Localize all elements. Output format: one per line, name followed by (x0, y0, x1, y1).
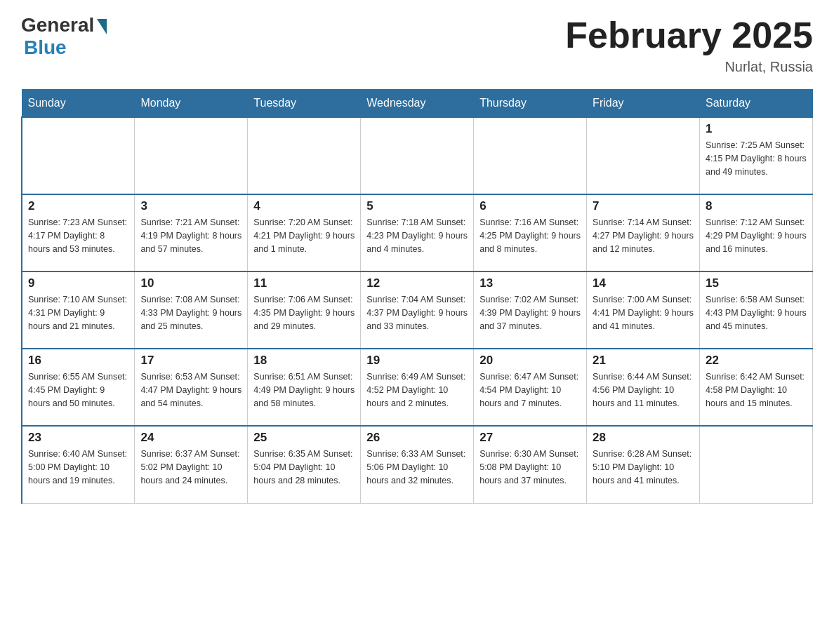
day-info: Sunrise: 6:33 AM Sunset: 5:06 PM Dayligh… (366, 448, 468, 487)
calendar-day-cell: 26Sunrise: 6:33 AM Sunset: 5:06 PM Dayli… (361, 426, 474, 503)
calendar-day-cell: 23Sunrise: 6:40 AM Sunset: 5:00 PM Dayli… (22, 426, 135, 503)
day-info: Sunrise: 7:04 AM Sunset: 4:37 PM Dayligh… (366, 293, 468, 333)
day-number: 20 (479, 354, 581, 368)
calendar-day-cell: 11Sunrise: 7:06 AM Sunset: 4:35 PM Dayli… (248, 271, 361, 349)
day-info: Sunrise: 6:35 AM Sunset: 5:04 PM Dayligh… (253, 448, 355, 487)
calendar-day-cell: 10Sunrise: 7:08 AM Sunset: 4:33 PM Dayli… (135, 271, 248, 349)
calendar-day-cell (474, 117, 587, 194)
day-info: Sunrise: 6:30 AM Sunset: 5:08 PM Dayligh… (479, 448, 581, 487)
calendar-day-cell: 3Sunrise: 7:21 AM Sunset: 4:19 PM Daylig… (135, 194, 248, 271)
day-number: 12 (366, 276, 468, 290)
logo: General Blue (21, 14, 107, 59)
day-info: Sunrise: 7:14 AM Sunset: 4:27 PM Dayligh… (593, 216, 694, 255)
day-info: Sunrise: 6:51 AM Sunset: 4:49 PM Dayligh… (253, 370, 355, 410)
day-number: 5 (366, 199, 468, 213)
calendar-day-cell: 4Sunrise: 7:20 AM Sunset: 4:21 PM Daylig… (248, 194, 361, 271)
day-info: Sunrise: 6:47 AM Sunset: 4:54 PM Dayligh… (479, 370, 581, 410)
calendar-day-cell: 19Sunrise: 6:49 AM Sunset: 4:52 PM Dayli… (361, 349, 474, 426)
day-info: Sunrise: 7:08 AM Sunset: 4:33 PM Dayligh… (140, 293, 241, 333)
calendar-table: SundayMondayTuesdayWednesdayThursdayFrid… (21, 89, 813, 504)
day-info: Sunrise: 6:42 AM Sunset: 4:58 PM Dayligh… (706, 370, 807, 410)
day-number: 10 (140, 276, 241, 290)
calendar-day-cell: 25Sunrise: 6:35 AM Sunset: 5:04 PM Dayli… (248, 426, 361, 503)
day-number: 14 (593, 276, 694, 290)
day-of-week-header: Monday (135, 90, 248, 118)
month-title: February 2025 (565, 14, 813, 56)
day-info: Sunrise: 7:23 AM Sunset: 4:17 PM Dayligh… (28, 216, 128, 255)
day-number: 13 (479, 276, 581, 290)
day-number: 1 (706, 122, 807, 136)
calendar-day-cell (587, 117, 700, 194)
day-info: Sunrise: 7:10 AM Sunset: 4:31 PM Dayligh… (28, 293, 128, 333)
day-info: Sunrise: 7:00 AM Sunset: 4:41 PM Dayligh… (593, 293, 694, 333)
calendar-day-cell: 16Sunrise: 6:55 AM Sunset: 4:45 PM Dayli… (22, 349, 135, 426)
day-number: 18 (253, 354, 355, 368)
day-number: 28 (593, 431, 694, 445)
day-info: Sunrise: 7:02 AM Sunset: 4:39 PM Dayligh… (479, 293, 581, 333)
calendar-week-row: 16Sunrise: 6:55 AM Sunset: 4:45 PM Dayli… (22, 349, 813, 426)
logo-blue-text: Blue (24, 36, 67, 59)
calendar-day-cell: 5Sunrise: 7:18 AM Sunset: 4:23 PM Daylig… (361, 194, 474, 271)
day-of-week-header: Thursday (474, 90, 587, 118)
calendar-day-cell: 22Sunrise: 6:42 AM Sunset: 4:58 PM Dayli… (700, 349, 813, 426)
day-info: Sunrise: 6:53 AM Sunset: 4:47 PM Dayligh… (140, 370, 241, 410)
day-of-week-header: Tuesday (248, 90, 361, 118)
calendar-day-cell (700, 426, 813, 503)
calendar-day-cell: 27Sunrise: 6:30 AM Sunset: 5:08 PM Dayli… (474, 426, 587, 503)
calendar-day-cell: 12Sunrise: 7:04 AM Sunset: 4:37 PM Dayli… (361, 271, 474, 349)
day-number: 23 (28, 431, 128, 445)
day-info: Sunrise: 6:44 AM Sunset: 4:56 PM Dayligh… (593, 370, 694, 410)
day-info: Sunrise: 7:21 AM Sunset: 4:19 PM Dayligh… (140, 216, 241, 255)
calendar-day-cell: 21Sunrise: 6:44 AM Sunset: 4:56 PM Dayli… (587, 349, 700, 426)
calendar-day-cell: 20Sunrise: 6:47 AM Sunset: 4:54 PM Dayli… (474, 349, 587, 426)
day-number: 25 (253, 431, 355, 445)
day-info: Sunrise: 7:18 AM Sunset: 4:23 PM Dayligh… (366, 216, 468, 255)
day-number: 3 (140, 199, 241, 213)
calendar-day-cell: 14Sunrise: 7:00 AM Sunset: 4:41 PM Dayli… (587, 271, 700, 349)
calendar-header: SundayMondayTuesdayWednesdayThursdayFrid… (22, 90, 813, 118)
calendar-day-cell: 8Sunrise: 7:12 AM Sunset: 4:29 PM Daylig… (700, 194, 813, 271)
day-of-week-header: Saturday (700, 90, 813, 118)
day-number: 7 (593, 199, 694, 213)
calendar-day-cell: 6Sunrise: 7:16 AM Sunset: 4:25 PM Daylig… (474, 194, 587, 271)
day-info: Sunrise: 6:58 AM Sunset: 4:43 PM Dayligh… (706, 293, 807, 333)
days-of-week-row: SundayMondayTuesdayWednesdayThursdayFrid… (22, 90, 813, 118)
calendar-day-cell: 1Sunrise: 7:25 AM Sunset: 4:15 PM Daylig… (700, 117, 813, 194)
day-info: Sunrise: 6:55 AM Sunset: 4:45 PM Dayligh… (28, 370, 128, 410)
day-number: 19 (366, 354, 468, 368)
location-text: Nurlat, Russia (565, 59, 813, 75)
day-number: 16 (28, 354, 128, 368)
day-number: 15 (706, 276, 807, 290)
day-of-week-header: Wednesday (361, 90, 474, 118)
calendar-week-row: 2Sunrise: 7:23 AM Sunset: 4:17 PM Daylig… (22, 194, 813, 271)
day-number: 9 (28, 276, 128, 290)
day-number: 8 (706, 199, 807, 213)
day-number: 27 (479, 431, 581, 445)
day-number: 17 (140, 354, 241, 368)
day-info: Sunrise: 6:49 AM Sunset: 4:52 PM Dayligh… (366, 370, 468, 410)
day-number: 6 (479, 199, 581, 213)
calendar-day-cell (135, 117, 248, 194)
calendar-week-row: 9Sunrise: 7:10 AM Sunset: 4:31 PM Daylig… (22, 271, 813, 349)
day-of-week-header: Friday (587, 90, 700, 118)
calendar-day-cell: 18Sunrise: 6:51 AM Sunset: 4:49 PM Dayli… (248, 349, 361, 426)
day-number: 24 (140, 431, 241, 445)
calendar-week-row: 1Sunrise: 7:25 AM Sunset: 4:15 PM Daylig… (22, 117, 813, 194)
day-number: 11 (253, 276, 355, 290)
day-number: 26 (366, 431, 468, 445)
day-info: Sunrise: 7:06 AM Sunset: 4:35 PM Dayligh… (253, 293, 355, 333)
day-number: 4 (253, 199, 355, 213)
calendar-day-cell: 17Sunrise: 6:53 AM Sunset: 4:47 PM Dayli… (135, 349, 248, 426)
calendar-day-cell: 13Sunrise: 7:02 AM Sunset: 4:39 PM Dayli… (474, 271, 587, 349)
calendar-day-cell: 15Sunrise: 6:58 AM Sunset: 4:43 PM Dayli… (700, 271, 813, 349)
calendar-day-cell (22, 117, 135, 194)
day-info: Sunrise: 6:40 AM Sunset: 5:00 PM Dayligh… (28, 448, 128, 487)
title-block: February 2025 Nurlat, Russia (565, 14, 813, 75)
day-number: 22 (706, 354, 807, 368)
calendar-week-row: 23Sunrise: 6:40 AM Sunset: 5:00 PM Dayli… (22, 426, 813, 503)
day-of-week-header: Sunday (22, 90, 135, 118)
day-info: Sunrise: 7:16 AM Sunset: 4:25 PM Dayligh… (479, 216, 581, 255)
day-info: Sunrise: 6:37 AM Sunset: 5:02 PM Dayligh… (140, 448, 241, 487)
calendar-day-cell: 28Sunrise: 6:28 AM Sunset: 5:10 PM Dayli… (587, 426, 700, 503)
page-header: General Blue February 2025 Nurlat, Russi… (21, 14, 813, 75)
